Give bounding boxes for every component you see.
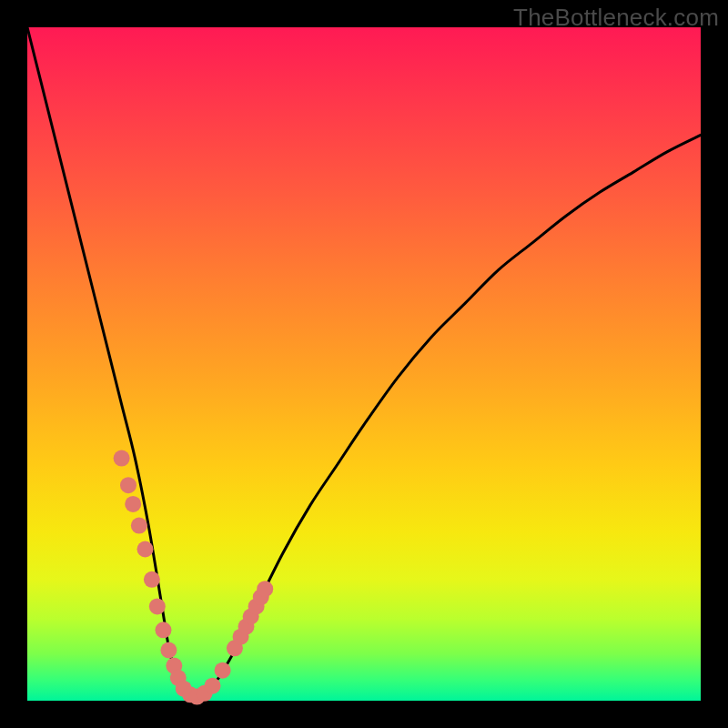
bottleneck-curve xyxy=(27,27,701,698)
sample-point xyxy=(160,642,177,659)
sample-point xyxy=(131,518,147,534)
sample-point xyxy=(137,541,154,558)
sample-point xyxy=(144,571,160,588)
plot-area xyxy=(27,27,701,701)
sample-points-group xyxy=(114,450,274,705)
chart-frame: TheBottleneck.com xyxy=(0,0,728,728)
sample-point xyxy=(205,678,221,694)
sample-point xyxy=(257,581,273,597)
sample-point xyxy=(149,598,166,614)
sample-point xyxy=(215,662,231,679)
bottleneck-plot-svg xyxy=(27,27,701,701)
sample-point xyxy=(120,477,136,493)
sample-point xyxy=(114,450,130,467)
sample-point xyxy=(125,496,141,512)
sample-point xyxy=(155,622,171,638)
